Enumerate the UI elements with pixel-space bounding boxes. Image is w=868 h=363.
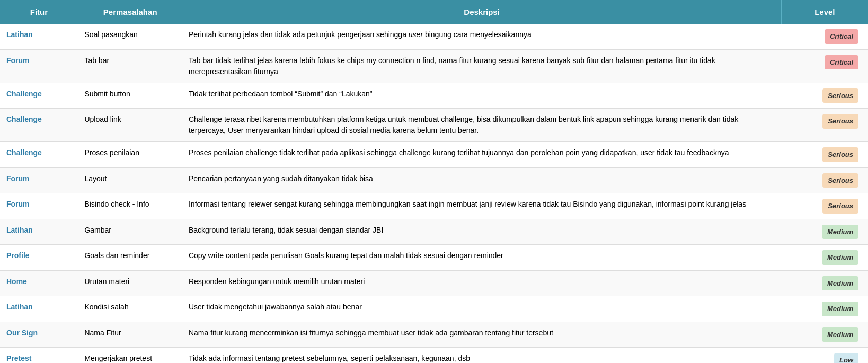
issues-table: Fitur Permasalahan Deskripsi Level Latih… xyxy=(0,0,868,363)
cell-level: Serious xyxy=(781,193,868,219)
header-deskripsi: Deskripsi xyxy=(182,0,781,24)
cell-level: Serious xyxy=(781,109,868,142)
table-row: ForumLayoutPencarian pertanyaan yang sud… xyxy=(0,167,868,193)
fitur-link[interactable]: Challenge xyxy=(6,115,42,123)
cell-fitur[interactable]: Challenge xyxy=(0,142,78,168)
cell-permasalahan: Submit button xyxy=(78,83,182,109)
table-row: LatihanKondisi salahUser tidak mengetahu… xyxy=(0,296,868,322)
fitur-link[interactable]: Profile xyxy=(6,251,30,260)
cell-fitur[interactable]: Home xyxy=(0,270,78,296)
fitur-link[interactable]: Forum xyxy=(6,200,30,208)
cell-permasalahan: Nama Fitur xyxy=(78,322,182,348)
level-badge: Serious xyxy=(822,114,858,129)
table-row: ChallengeSubmit buttonTidak terlihat per… xyxy=(0,83,868,109)
cell-deskripsi: Perintah kurang jelas dan tidak ada petu… xyxy=(182,24,781,49)
level-badge: Serious xyxy=(822,147,858,162)
cell-fitur[interactable]: Pretest xyxy=(0,348,78,364)
cell-fitur[interactable]: Forum xyxy=(0,193,78,219)
cell-level: Medium xyxy=(781,245,868,271)
table-row: ForumBisindo check - InfoInformasi tenta… xyxy=(0,193,868,219)
cell-permasalahan: Gambar xyxy=(78,219,182,245)
header-permasalahan: Permasalahan xyxy=(78,0,182,24)
table-row: ForumTab barTab bar tidak terlihat jelas… xyxy=(0,49,868,83)
table-row: HomeUrutan materiResponden kebingungan u… xyxy=(0,270,868,296)
header-fitur: Fitur xyxy=(0,0,78,24)
cell-level: Medium xyxy=(781,296,868,322)
cell-deskripsi: Proses penilaian challenge tidak terliha… xyxy=(182,142,781,168)
fitur-link[interactable]: Forum xyxy=(6,174,30,183)
cell-deskripsi: Pencarian pertanyaan yang sudah ditanyak… xyxy=(182,167,781,193)
cell-permasalahan: Kondisi salah xyxy=(78,296,182,322)
cell-fitur[interactable]: Forum xyxy=(0,167,78,193)
level-badge: Serious xyxy=(822,173,858,188)
fitur-link[interactable]: Home xyxy=(6,277,27,286)
cell-deskripsi: Informasi tentang reiewer sengat kurang … xyxy=(182,193,781,219)
cell-level: Serious xyxy=(781,83,868,109)
cell-permasalahan: Mengerjakan pretest xyxy=(78,348,182,364)
cell-permasalahan: Upload link xyxy=(78,109,182,142)
fitur-link[interactable]: Challenge xyxy=(6,148,42,157)
level-badge: Medium xyxy=(822,225,858,240)
table-row: ChallengeUpload linkChallenge terasa rib… xyxy=(0,109,868,142)
cell-fitur[interactable]: Latihan xyxy=(0,296,78,322)
cell-level: Medium xyxy=(781,322,868,348)
cell-level: Low xyxy=(781,348,868,364)
cell-permasalahan: Proses penilaian xyxy=(78,142,182,168)
cell-fitur[interactable]: Our Sign xyxy=(0,322,78,348)
fitur-link[interactable]: Pretest xyxy=(6,354,31,362)
cell-deskripsi: Copy write content pada penulisan Goals … xyxy=(182,245,781,271)
level-badge: Medium xyxy=(822,250,858,265)
cell-deskripsi: User tidak mengetahui jawabannya salah a… xyxy=(182,296,781,322)
cell-permasalahan: Goals dan reminder xyxy=(78,245,182,271)
cell-fitur[interactable]: Challenge xyxy=(0,83,78,109)
cell-level: Medium xyxy=(781,219,868,245)
level-badge: Low xyxy=(834,353,858,363)
level-badge: Medium xyxy=(822,327,858,342)
cell-level: Medium xyxy=(781,270,868,296)
cell-permasalahan: Layout xyxy=(78,167,182,193)
fitur-link[interactable]: Forum xyxy=(6,56,30,65)
cell-fitur[interactable]: Profile xyxy=(0,245,78,271)
level-badge: Critical xyxy=(825,29,858,44)
cell-permasalahan: Soal pasangkan xyxy=(78,24,182,49)
cell-deskripsi: Nama fitur kurang mencerminkan isi fitur… xyxy=(182,322,781,348)
level-badge: Serious xyxy=(822,199,858,214)
cell-permasalahan: Urutan materi xyxy=(78,270,182,296)
cell-deskripsi: Tidak ada informasi tentang pretest sebe… xyxy=(182,348,781,364)
fitur-link[interactable]: Latihan xyxy=(6,226,33,234)
level-badge: Medium xyxy=(822,302,858,316)
cell-permasalahan: Tab bar xyxy=(78,49,182,83)
level-badge: Serious xyxy=(822,88,858,103)
table-header-row: Fitur Permasalahan Deskripsi Level xyxy=(0,0,868,24)
level-badge: Medium xyxy=(822,276,858,291)
cell-level: Serious xyxy=(781,167,868,193)
table-row: ChallengeProses penilaianProses penilaia… xyxy=(0,142,868,168)
table-row: Our SignNama FiturNama fitur kurang menc… xyxy=(0,322,868,348)
cell-level: Serious xyxy=(781,142,868,168)
cell-level: Critical xyxy=(781,24,868,49)
fitur-link[interactable]: Latihan xyxy=(6,30,33,39)
cell-deskripsi: Background terlalu terang, tidak sesuai … xyxy=(182,219,781,245)
cell-deskripsi: Challenge terasa ribet karena membutuhka… xyxy=(182,109,781,142)
fitur-link[interactable]: Our Sign xyxy=(6,329,38,337)
level-badge: Critical xyxy=(825,55,858,70)
cell-deskripsi: Tidak terlihat perbedaan tombol “Submit”… xyxy=(182,83,781,109)
cell-deskripsi: Tab bar tidak terlihat jelas karena lebi… xyxy=(182,49,781,83)
cell-fitur[interactable]: Forum xyxy=(0,49,78,83)
table-row: LatihanGambarBackground terlalu terang, … xyxy=(0,219,868,245)
fitur-link[interactable]: Latihan xyxy=(6,303,33,311)
cell-permasalahan: Bisindo check - Info xyxy=(78,193,182,219)
table-row: ProfileGoals dan reminderCopy write cont… xyxy=(0,245,868,271)
cell-fitur[interactable]: Latihan xyxy=(0,219,78,245)
table-row: PretestMengerjakan pretestTidak ada info… xyxy=(0,348,868,364)
table-row: LatihanSoal pasangkanPerintah kurang jel… xyxy=(0,24,868,49)
cell-fitur[interactable]: Latihan xyxy=(0,24,78,49)
cell-level: Critical xyxy=(781,49,868,83)
header-level: Level xyxy=(781,0,868,24)
cell-deskripsi: Responden kebingungan untuk memilih urut… xyxy=(182,270,781,296)
fitur-link[interactable]: Challenge xyxy=(6,90,42,98)
cell-fitur[interactable]: Challenge xyxy=(0,109,78,142)
